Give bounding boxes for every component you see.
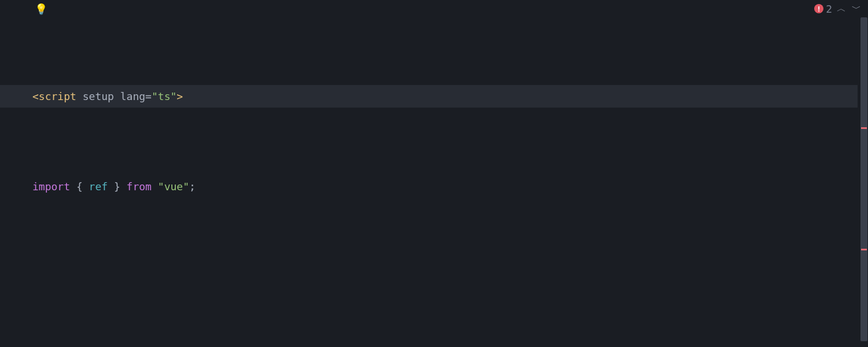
error-count: 2 bbox=[826, 3, 832, 15]
scrollbar-track[interactable] bbox=[860, 0, 868, 347]
code-line[interactable]: import { ref } from "vue"; bbox=[29, 175, 858, 198]
lightbulb-icon[interactable]: 💡 bbox=[35, 3, 47, 15]
code-content[interactable]: <script setup lang="ts"> import { ref } … bbox=[29, 17, 858, 347]
editor-top-bar: 💡 ! 2 ︿ ﹀ bbox=[0, 0, 868, 17]
code-editor[interactable]: 💡 ! 2 ︿ ﹀ <script setup lang="ts"> impor… bbox=[0, 0, 868, 347]
error-count-badge[interactable]: ! 2 bbox=[814, 3, 832, 15]
error-marker[interactable] bbox=[861, 249, 867, 250]
prev-error-arrow-icon[interactable]: ︿ bbox=[836, 3, 847, 15]
editor-gutter[interactable] bbox=[0, 17, 29, 347]
error-marker[interactable] bbox=[861, 127, 867, 129]
code-line[interactable] bbox=[29, 265, 858, 288]
scrollbar-thumb[interactable] bbox=[860, 17, 867, 341]
code-line[interactable]: <script setup lang="ts"> bbox=[29, 85, 858, 108]
error-icon: ! bbox=[814, 4, 823, 13]
inspection-widget: ! 2 ︿ ﹀ bbox=[814, 3, 862, 15]
